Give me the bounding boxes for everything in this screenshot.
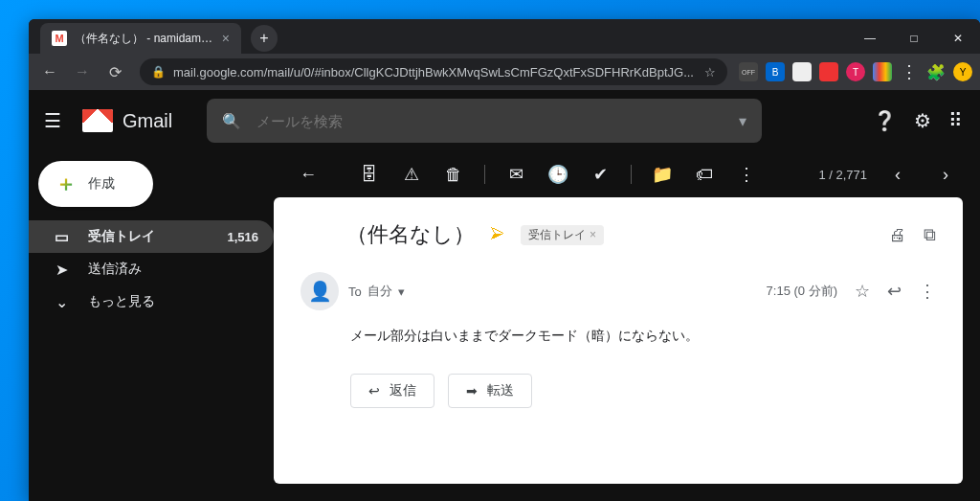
mail-time: 7:15 (0 分前) [767, 283, 837, 300]
forward-button[interactable]: → [69, 58, 96, 85]
ext-icon-3[interactable] [792, 62, 812, 81]
send-icon: ➤ [52, 261, 71, 279]
search-options-icon[interactable]: ▾ [739, 112, 746, 130]
mail-actions: ↩ 返信 ➡ 転送 [350, 374, 936, 408]
label-chip[interactable]: 受信トレイ × [521, 225, 604, 245]
puzzle-icon[interactable]: 🧩 [926, 62, 946, 81]
forward-label: 転送 [487, 382, 514, 399]
profile-avatar[interactable]: Y [953, 62, 972, 81]
search-bar[interactable]: 🔍 ▾ [207, 99, 762, 143]
separator [484, 165, 485, 184]
minimize-button[interactable]: — [848, 23, 892, 54]
inbox-icon: ▭ [52, 228, 71, 246]
app-window: M （件名なし） - namidamelife@g × + — □ ✕ ← → … [29, 19, 980, 501]
titlebar: M （件名なし） - namidamelife@g × + — □ ✕ [29, 19, 980, 54]
compose-label: 作成 [88, 175, 115, 193]
move-to-button[interactable]: 📁 [645, 157, 679, 192]
more-icon[interactable]: ⋮ [919, 281, 936, 302]
close-tab-icon[interactable]: × [222, 31, 230, 46]
chevron-down-icon: ⌄ [52, 293, 71, 311]
gmail-logo-text: Gmail [122, 110, 172, 132]
next-mail-button[interactable]: › [928, 157, 963, 192]
snooze-button[interactable]: 🕒 [541, 157, 575, 192]
sidebar-item-more[interactable]: ⌄ もっと見る [29, 285, 274, 318]
mail-toolbar: ← 🗄 ⚠ 🗑 ✉ 🕒 ✔ 📁 🏷 ⋮ 1 / 2,771 ‹ › [274, 151, 980, 197]
content-body: ＋ 作成 ▭ 受信トレイ 1,516 ➤ 送信済み ⌄ もっと見る ← 🗄 [29, 151, 980, 501]
ext-icon-4[interactable] [819, 62, 838, 81]
browser-tab[interactable]: M （件名なし） - namidamelife@g × [40, 23, 241, 54]
apps-icon[interactable]: ⠿ [948, 109, 965, 132]
reply-button[interactable]: ↩ 返信 [350, 374, 434, 408]
sidebar-item-label: 送信済み [88, 261, 142, 278]
lock-icon: 🔒 [151, 65, 166, 79]
archive-button[interactable]: 🗄 [352, 157, 387, 192]
gmail-logo-icon [82, 109, 113, 132]
report-spam-button[interactable]: ⚠ [394, 157, 429, 192]
ext-icon-6[interactable] [873, 62, 892, 81]
delete-button[interactable]: 🗑 [436, 157, 471, 192]
back-button[interactable]: ← [36, 58, 63, 85]
window-controls: — □ ✕ [848, 23, 980, 54]
gmail-header: ☰ Gmail 🔍 ▾ ❔ ⚙ ⠿ [29, 90, 980, 151]
support-icon[interactable]: ❔ [873, 109, 897, 132]
main-pane: ← 🗄 ⚠ 🗑 ✉ 🕒 ✔ 📁 🏷 ⋮ 1 / 2,771 ‹ › [274, 151, 980, 501]
recipient-line[interactable]: To 自分 ▾ [348, 283, 405, 300]
open-new-window-icon[interactable]: ⧉ [924, 225, 936, 245]
search-input[interactable] [256, 113, 724, 129]
sidebar-item-label: もっと見る [88, 293, 155, 310]
address-bar: ← → ⟳ 🔒 mail.google.com/mail/u/0/#inbox/… [29, 54, 980, 90]
expand-recipients-icon[interactable]: ▾ [398, 285, 405, 299]
settings-icon[interactable]: ⚙ [914, 109, 931, 132]
reply-arrow-icon: ↩ [368, 383, 380, 399]
close-window-button[interactable]: ✕ [936, 23, 980, 54]
reload-button[interactable]: ⟳ [101, 58, 128, 85]
back-to-inbox-button[interactable]: ← [291, 157, 325, 192]
ext-icon-1[interactable]: OFF [739, 62, 758, 81]
ext-icon-2[interactable]: B [766, 62, 785, 81]
gmail-logo[interactable]: Gmail [82, 109, 172, 132]
mail-meta: 👤 To 自分 ▾ 7:15 (0 分前) ☆ ↩ ⋮ [301, 272, 936, 310]
tab-title: （件名なし） - namidamelife@g [75, 31, 214, 47]
maximize-button[interactable]: □ [892, 23, 936, 54]
reply-icon[interactable]: ↩ [887, 281, 902, 302]
more-actions-button[interactable]: ⋮ [729, 157, 764, 192]
sidebar-item-label: 受信トレイ [88, 228, 155, 245]
star-icon[interactable]: ☆ [855, 281, 870, 302]
compose-button[interactable]: ＋ 作成 [38, 161, 153, 207]
mail-card: （件名なし） ⮚ 受信トレイ × 🖨 ⧉ 👤 To 自分 [274, 197, 963, 484]
important-marker-icon[interactable]: ⮚ [490, 226, 505, 243]
print-icon[interactable]: 🖨 [889, 225, 906, 245]
plus-icon: ＋ [56, 170, 77, 198]
extensions: OFF B T ⋮ 🧩 Y [739, 62, 972, 81]
prev-mail-button[interactable]: ‹ [880, 157, 915, 192]
sidebar-item-sent[interactable]: ➤ 送信済み [29, 253, 274, 285]
reply-label: 返信 [390, 382, 416, 399]
bookmark-star-icon[interactable]: ☆ [704, 65, 716, 80]
sidebar: ＋ 作成 ▭ 受信トレイ 1,516 ➤ 送信済み ⌄ もっと見る [29, 151, 274, 501]
sender-avatar[interactable]: 👤 [301, 272, 339, 310]
mail-body: メール部分は白いままでダークモード（暗）にならない。 [350, 328, 936, 345]
pager: 1 / 2,771 ‹ › [818, 157, 963, 192]
forward-arrow-icon: ➡ [466, 383, 478, 399]
inbox-count: 1,516 [227, 230, 258, 244]
menu-icon[interactable]: ☰ [44, 109, 67, 132]
ext-icon-5[interactable]: T [846, 62, 865, 81]
new-tab-button[interactable]: + [251, 25, 278, 52]
ext-menu-icon[interactable]: ⋮ [900, 62, 919, 81]
mark-unread-button[interactable]: ✉ [499, 157, 533, 192]
forward-button[interactable]: ➡ 転送 [448, 374, 532, 408]
gmail-favicon: M [52, 31, 67, 46]
search-icon: 🔍 [222, 112, 241, 130]
mail-subject: （件名なし） [346, 220, 475, 249]
separator [631, 165, 632, 184]
sidebar-item-inbox[interactable]: ▭ 受信トレイ 1,516 [29, 220, 274, 253]
labels-button[interactable]: 🏷 [687, 157, 722, 192]
subject-row: （件名なし） ⮚ 受信トレイ × 🖨 ⧉ [301, 220, 936, 249]
label-text: 受信トレイ [528, 227, 586, 243]
to-prefix: To [348, 285, 362, 299]
url-field[interactable]: 🔒 mail.google.com/mail/u/0/#inbox/CllgKC… [140, 58, 727, 85]
add-task-button[interactable]: ✔ [583, 157, 617, 192]
url-text: mail.google.com/mail/u/0/#inbox/CllgKCJD… [173, 65, 697, 80]
remove-label-icon[interactable]: × [590, 228, 596, 241]
pager-position: 1 / 2,771 [818, 168, 867, 182]
